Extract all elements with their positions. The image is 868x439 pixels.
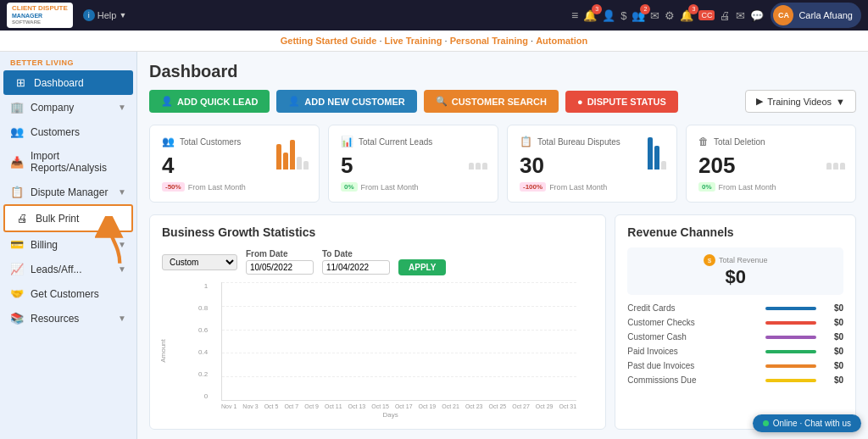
stat-footer-text: From Last Month bbox=[549, 183, 607, 192]
customers-icon: 👥 bbox=[10, 125, 24, 138]
add-new-customer-button[interactable]: 👤 ADD NEW CUSTOMER bbox=[276, 90, 416, 113]
chart-bar bbox=[661, 161, 666, 169]
user-name: Carla Afuang bbox=[798, 10, 853, 20]
chat-button[interactable]: Online · Chat with us bbox=[753, 414, 861, 432]
growth-panel: Business Growth Statistics Custom Last 7… bbox=[149, 214, 606, 430]
revenue-item-bar bbox=[765, 321, 816, 325]
stat-label: Total Current Leads bbox=[359, 137, 432, 147]
revenue-item-past-due: Past due Invoices $0 bbox=[627, 361, 843, 370]
leads-stat-icon: 📊 bbox=[341, 136, 353, 147]
dispute-status-button[interactable]: ● DISPUTE STATUS bbox=[565, 91, 678, 113]
to-date-input[interactable] bbox=[322, 260, 390, 275]
page-title: Dashboard bbox=[149, 62, 856, 81]
revenue-item-bar bbox=[765, 379, 816, 382]
guide-link[interactable]: Getting Started Guide bbox=[281, 36, 377, 46]
x-label: Nov 3 bbox=[242, 403, 258, 409]
action-buttons-row: 👤 ADD QUICK LEAD 👤 ADD NEW CUSTOMER 🔍 CU… bbox=[149, 90, 856, 113]
nav-icon-chat[interactable]: 💬 bbox=[750, 9, 764, 22]
sidebar-item-label: Bulk Print bbox=[36, 213, 79, 225]
chart-bar bbox=[654, 146, 659, 169]
revenue-item-value: $0 bbox=[823, 332, 843, 342]
alerts-badge: 3 bbox=[688, 4, 698, 14]
nav-icon-menu[interactable]: ≡ bbox=[571, 8, 578, 22]
chart-bar bbox=[297, 157, 302, 169]
training-videos-button[interactable]: ▶ Training Videos ▼ bbox=[745, 90, 856, 113]
nav-icon-settings[interactable]: ⚙ bbox=[665, 9, 675, 22]
nav-icon-billing[interactable]: $ bbox=[620, 9, 626, 22]
stat-label: Total Deletion bbox=[714, 137, 765, 147]
add-quick-lead-button[interactable]: 👤 ADD QUICK LEAD bbox=[149, 90, 270, 113]
revenue-item-label: Paid Invoices bbox=[627, 347, 759, 356]
billing-icon: 💳 bbox=[10, 238, 24, 251]
stat-footer: -100% From Last Month bbox=[520, 182, 665, 192]
dispute-icon: ● bbox=[577, 97, 583, 107]
y-label: 0 bbox=[198, 392, 208, 400]
nav-icon-email[interactable]: ✉ bbox=[650, 9, 659, 22]
chart-bar bbox=[476, 163, 481, 169]
growth-title: Business Growth Statistics bbox=[162, 225, 593, 239]
nav-icon-user[interactable]: 👤 bbox=[602, 9, 615, 22]
revenue-item-checks: Customer Checks $0 bbox=[627, 318, 843, 327]
nav-icon-msg[interactable]: ✉ bbox=[736, 9, 745, 22]
sidebar-item-label: Leads/Aff... bbox=[31, 264, 82, 275]
nav-icon-notifications[interactable]: 🔔 3 bbox=[583, 9, 597, 22]
nav-icon-alerts[interactable]: 🔔 3 bbox=[680, 9, 693, 22]
bottom-section: Business Growth Statistics Custom Last 7… bbox=[149, 214, 856, 430]
nav-icon-reports[interactable]: CC bbox=[698, 10, 715, 20]
disputes-stat-icon: 📋 bbox=[520, 136, 532, 147]
y-label: 1 bbox=[198, 282, 208, 290]
from-date-input[interactable] bbox=[246, 260, 314, 275]
sidebar-item-label: Get Customers bbox=[31, 288, 99, 300]
automation-link[interactable]: Automation bbox=[536, 36, 587, 46]
stat-card-customers: 👥 Total Customers 4 -50% From Last Month bbox=[149, 125, 320, 203]
stat-card-disputes: 📋 Total Bureau Disputes 30 -100% From La… bbox=[507, 125, 677, 203]
live-training-link[interactable]: Live Training bbox=[385, 36, 442, 46]
sidebar-item-resources[interactable]: 📚 Resources ▼ bbox=[0, 306, 136, 331]
print-icon: 🖨 bbox=[15, 212, 29, 225]
stat-footer: -50% From Last Month bbox=[162, 182, 307, 192]
stat-footer: 0% From Last Month bbox=[341, 182, 486, 192]
app-logo[interactable]: CLIENT DISPUTE MANAGER SOFTWARE bbox=[7, 3, 73, 27]
sidebar-item-import[interactable]: 📥 Import Reports/Analysis bbox=[0, 144, 136, 180]
dispute-icon: 📋 bbox=[10, 186, 24, 198]
apply-button[interactable]: APPLY bbox=[398, 259, 446, 275]
contacts-badge: 2 bbox=[640, 4, 650, 14]
x-label: Oct 15 bbox=[371, 403, 389, 409]
grid-line bbox=[222, 282, 576, 283]
help-menu[interactable]: i Help ▼ bbox=[83, 9, 127, 21]
sidebar-item-customers[interactable]: 👥 Customers bbox=[0, 119, 136, 144]
stat-value: 30 bbox=[520, 153, 665, 179]
chevron-icon: ▼ bbox=[118, 314, 126, 323]
sidebar-item-get-customers[interactable]: 🤝 Get Customers bbox=[0, 281, 136, 306]
x-label: Oct 5 bbox=[264, 403, 279, 409]
x-label: Nov 1 bbox=[221, 403, 236, 409]
sidebar-item-dashboard[interactable]: ⊞ Dashboard bbox=[3, 70, 133, 95]
add-customer-label: ADD NEW CUSTOMER bbox=[304, 97, 404, 107]
revenue-item-bar bbox=[765, 350, 816, 353]
get-customers-icon: 🤝 bbox=[10, 287, 24, 300]
resources-icon: 📚 bbox=[10, 312, 24, 325]
customer-search-button[interactable]: 🔍 CUSTOMER SEARCH bbox=[424, 90, 559, 113]
stat-cards-row: 👥 Total Customers 4 -50% From Last Month bbox=[149, 125, 856, 203]
sidebar-item-label: Dashboard bbox=[34, 77, 84, 89]
stat-badge: -100% bbox=[520, 182, 546, 192]
grid-line bbox=[222, 306, 576, 307]
personal-training-link[interactable]: Personal Training bbox=[450, 36, 528, 46]
nav-icon-print[interactable]: 🖨 bbox=[720, 9, 731, 22]
x-label: Oct 27 bbox=[512, 403, 530, 409]
stat-chart bbox=[826, 136, 845, 169]
stat-chart bbox=[648, 136, 666, 169]
period-select[interactable]: Custom Last 7 Days Last 30 Days bbox=[162, 254, 237, 270]
revenue-item-bar bbox=[765, 364, 816, 368]
user-menu[interactable]: CA Carla Afuang bbox=[771, 3, 861, 28]
from-date-label: From Date bbox=[246, 249, 314, 258]
revenue-item-label: Credit Cards bbox=[627, 303, 759, 313]
stat-header: 📋 Total Bureau Disputes bbox=[520, 136, 665, 147]
stat-card-deletion: 🗑 Total Deletion 205 0% From Last Month bbox=[686, 125, 856, 203]
nav-icon-contacts[interactable]: 👥 2 bbox=[632, 9, 645, 22]
chart-bar bbox=[303, 161, 309, 169]
sidebar-item-company[interactable]: 🏢 Company ▼ bbox=[0, 95, 136, 119]
chart-bar bbox=[469, 163, 474, 169]
revenue-item-label: Customer Checks bbox=[627, 318, 759, 327]
sidebar-item-dispute-manager[interactable]: 📋 Dispute Manager ▼ bbox=[0, 180, 136, 204]
